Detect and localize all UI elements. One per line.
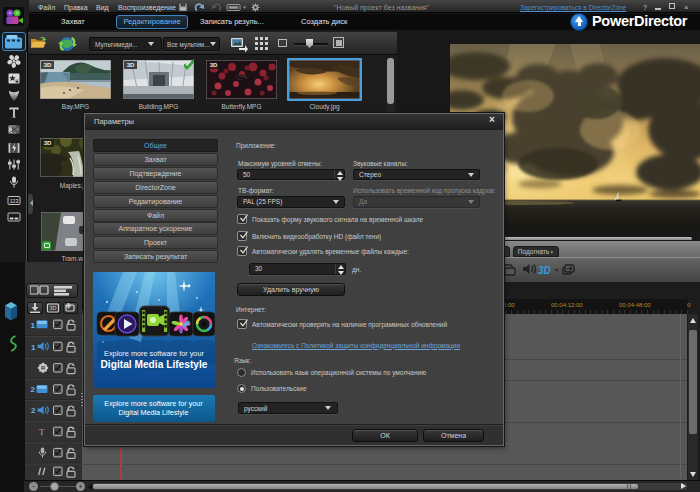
svg-text:1: 1 xyxy=(31,321,36,330)
svg-text:3D: 3D xyxy=(538,265,551,276)
svg-text:2: 2 xyxy=(31,385,36,394)
svg-text:T: T xyxy=(39,427,45,437)
svg-text:2: 2 xyxy=(31,406,36,415)
svg-text:3D: 3D xyxy=(49,305,56,311)
svg-text:Digital Media Lifestyle: Digital Media Lifestyle xyxy=(100,359,207,370)
svg-text:Explore more software for your: Explore more software for your xyxy=(104,349,204,358)
svg-text:123: 123 xyxy=(10,198,19,204)
svg-text:1: 1 xyxy=(31,343,36,352)
